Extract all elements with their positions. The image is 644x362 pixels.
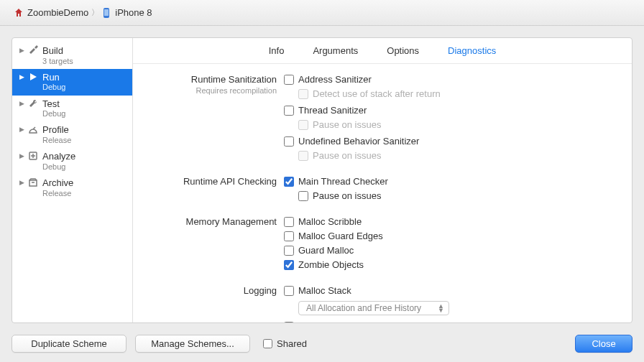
close-button[interactable]: Close (575, 335, 632, 353)
sidebar-item-subtitle: Debug (42, 109, 65, 119)
breadcrumb-toolbar: ZoombieDemo 〉 iPhone 8 (0, 0, 644, 26)
sidebar-item-build[interactable]: ▶ Build 3 targets (12, 42, 132, 69)
device-selector[interactable]: iPhone 8 (102, 7, 152, 19)
shared-checkbox-group: Shared (263, 338, 307, 349)
label-thread-sanitizer: Thread Sanitizer (298, 105, 367, 116)
sidebar-item-archive[interactable]: ▶ Archive Release (12, 175, 132, 201)
duplicate-scheme-button[interactable]: Duplicate Scheme (12, 335, 126, 353)
label-zombie-objects: Zombie Objects (298, 259, 364, 270)
sidebar-item-subtitle: Release (42, 136, 71, 145)
sidebar-item-title: Build (42, 45, 73, 57)
chevron-right-icon: ▶ (19, 152, 27, 159)
sidebar-item-title: Archive (42, 177, 73, 189)
checkbox-guard-malloc[interactable] (284, 246, 294, 256)
sidebar-item-title: Analyze (42, 151, 75, 162)
label-address-sanitizer: Address Sanitizer (298, 74, 372, 85)
sidebar-item-subtitle: Debug (42, 162, 75, 172)
checkbox-linker-api[interactable] (284, 322, 294, 323)
group-logging: Logging Malloc Stack All Allocation and … (147, 285, 610, 322)
sidebar-item-run[interactable]: ▶ Run Debug (12, 69, 132, 96)
tab-diagnostics[interactable]: Diagnostics (448, 45, 496, 56)
sidebar-item-subtitle: Release (42, 189, 73, 198)
chevron-right-icon: ▶ (19, 100, 27, 107)
label-shared: Shared (277, 338, 307, 349)
hammer-icon (27, 45, 40, 55)
checkbox-main-thread-checker[interactable] (284, 177, 294, 187)
settings-area: Runtime Sanitization Requires recompilat… (133, 64, 632, 322)
sidebar-item-subtitle: Debug (42, 83, 65, 92)
sidebar-item-test[interactable]: ▶ Test Debug (12, 96, 132, 122)
checkbox-shared[interactable] (263, 339, 272, 348)
group-memory-management: Memory Management Malloc Scribble Malloc… (147, 216, 610, 274)
wrench-icon (27, 98, 40, 108)
checkbox-pause-ub (298, 151, 308, 161)
analyze-icon (27, 151, 40, 161)
scheme-selector[interactable]: ZoombieDemo (13, 7, 88, 19)
checkbox-zombie-objects[interactable] (284, 260, 294, 270)
select-value: All Allocation and Free History (306, 303, 421, 313)
group-sublabel: Requires recompilation (147, 86, 277, 95)
select-allocation-history[interactable]: All Allocation and Free History ▲▼ (298, 301, 449, 315)
footer: Duplicate Scheme Manage Schemes... Share… (12, 335, 632, 353)
checkbox-malloc-stack[interactable] (284, 286, 294, 296)
sidebar-item-profile[interactable]: ▶ Profile Release (12, 121, 132, 148)
content-area: Info Arguments Options Diagnostics Runti… (133, 38, 632, 322)
group-label: Runtime API Checking (147, 176, 277, 187)
chevron-updown-icon: ▲▼ (438, 304, 444, 313)
scheme-name: ZoombieDemo (27, 7, 88, 18)
group-runtime-sanitization: Runtime Sanitization Requires recompilat… (147, 74, 610, 164)
chevron-right-icon: ▶ (19, 126, 27, 133)
sidebar-item-title: Test (42, 98, 65, 110)
sidebar-item-subtitle: 3 targets (42, 57, 73, 66)
checkbox-thread-sanitizer[interactable] (284, 106, 294, 116)
label-detect-stack: Detect use of stack after return (313, 88, 441, 99)
label-pause-api: Pause on issues (313, 190, 381, 201)
checkbox-pause-api[interactable] (298, 191, 308, 201)
play-icon (27, 72, 40, 82)
tab-bar: Info Arguments Options Diagnostics (133, 38, 632, 64)
sidebar: ▶ Build 3 targets ▶ Run Debug (12, 38, 133, 322)
tab-arguments[interactable]: Arguments (313, 45, 358, 56)
checkbox-detect-stack (298, 89, 308, 99)
scheme-editor-panel: ▶ Build 3 targets ▶ Run Debug (12, 37, 632, 323)
checkbox-pause-thread (298, 120, 308, 130)
chevron-right-icon: ▶ (19, 73, 27, 80)
group-label: Memory Management (147, 216, 277, 227)
checkbox-malloc-scribble[interactable] (284, 217, 294, 227)
group-label: Logging (147, 285, 277, 296)
tab-options[interactable]: Options (387, 45, 419, 56)
tab-info[interactable]: Info (269, 45, 285, 56)
label-pause-ub: Pause on issues (313, 150, 381, 161)
archive-icon (27, 177, 40, 187)
app-icon (13, 7, 24, 19)
breadcrumb-separator: 〉 (91, 7, 99, 18)
checkbox-malloc-guard-edges[interactable] (284, 231, 294, 241)
label-main-thread-checker: Main Thread Checker (298, 176, 388, 187)
label-linker-api: Dynamic Linker API Usage (298, 321, 410, 322)
label-malloc-scribble: Malloc Scribble (298, 216, 362, 227)
svg-rect-1 (104, 9, 109, 16)
chevron-right-icon: ▶ (19, 47, 27, 54)
manage-schemes-button[interactable]: Manage Schemes... (135, 335, 250, 353)
group-api-checking: Runtime API Checking Main Thread Checker… (147, 176, 610, 205)
label-malloc-guard-edges: Malloc Guard Edges (298, 231, 383, 241)
checkbox-ub-sanitizer[interactable] (284, 136, 294, 147)
label-malloc-stack: Malloc Stack (298, 285, 351, 296)
group-label: Runtime Sanitization (147, 74, 277, 85)
label-pause-thread: Pause on issues (313, 119, 381, 130)
sidebar-item-title: Profile (42, 124, 71, 136)
label-ub-sanitizer: Undefined Behavior Sanitizer (298, 136, 419, 147)
device-icon (102, 7, 112, 19)
svg-rect-3 (29, 180, 37, 186)
sidebar-item-analyze[interactable]: ▶ Analyze Debug (12, 148, 132, 175)
device-name: iPhone 8 (115, 7, 152, 18)
sidebar-item-title: Run (42, 72, 65, 83)
gauge-icon (27, 124, 40, 134)
chevron-right-icon: ▶ (19, 179, 27, 186)
checkbox-address-sanitizer[interactable] (284, 75, 294, 85)
label-guard-malloc: Guard Malloc (298, 245, 354, 256)
